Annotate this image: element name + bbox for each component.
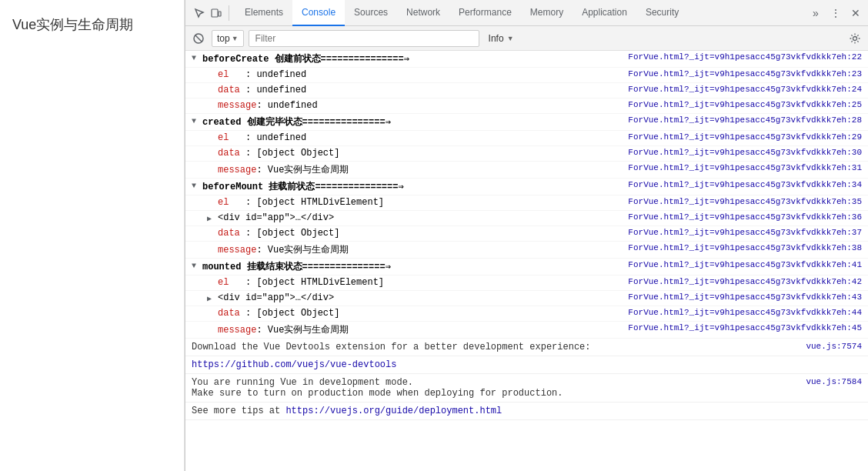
tab-elements[interactable]: Elements bbox=[235, 0, 292, 26]
tab-bar-icons bbox=[189, 5, 235, 21]
source-link[interactable]: ForVue.html?_ijt=v9h1pesacc45g73vkfvdkkk… bbox=[628, 85, 868, 94]
tab-console[interactable]: Console bbox=[292, 0, 345, 26]
log-text: data : [object Object] bbox=[218, 148, 628, 159]
svg-line-3 bbox=[195, 35, 202, 42]
expand-icon[interactable] bbox=[207, 294, 216, 303]
source-link[interactable]: ForVue.html?_ijt=v9h1pesacc45g73vkfvdkkk… bbox=[628, 52, 868, 62]
log-row: el : undefinedForVue.html?_ijt=v9h1pesac… bbox=[185, 131, 868, 146]
log-left: message: Vue实例与生命周期 bbox=[207, 163, 628, 176]
dev-mode-text: You are running Vue in development mode.… bbox=[192, 377, 563, 399]
info-arrow: ▼ bbox=[507, 35, 514, 42]
devtools-menu-button[interactable]: ⋮ bbox=[826, 4, 845, 22]
property-value: : Vue实例与生命周期 bbox=[256, 165, 349, 175]
log-row: mounted 挂载结束状态===============⇒ForVue.htm… bbox=[185, 259, 868, 276]
more-tabs-button[interactable]: » bbox=[806, 4, 825, 22]
collapse-icon[interactable] bbox=[192, 117, 201, 125]
source-link[interactable]: ForVue.html?_ijt=v9h1pesacc45g73vkfvdkkk… bbox=[628, 292, 868, 302]
log-row: message: Vue实例与生命周期ForVue.html?_ijt=v9h1… bbox=[185, 242, 868, 259]
log-text: beforeCreate 创建前状态===============⇒ bbox=[202, 52, 628, 65]
log-row: beforeCreate 创建前状态===============⇒ForVue… bbox=[185, 51, 868, 68]
tab-security[interactable]: Security bbox=[636, 0, 688, 26]
context-label: top bbox=[217, 33, 230, 44]
filter-input[interactable] bbox=[249, 30, 479, 47]
console-settings-button[interactable] bbox=[846, 30, 863, 47]
source-link[interactable]: ForVue.html?_ijt=v9h1pesacc45g73vkfvdkkk… bbox=[628, 212, 868, 222]
log-text: data : [object Object] bbox=[218, 308, 628, 319]
log-row: beforeMount 挂载前状态===============⇒ForVue.… bbox=[185, 179, 868, 195]
collapse-icon[interactable] bbox=[192, 182, 201, 190]
collapse-icon[interactable] bbox=[192, 262, 201, 270]
source-link[interactable]: ForVue.html?_ijt=v9h1pesacc45g73vkfvdkkk… bbox=[628, 197, 868, 206]
log-text: el : [object HTMLDivElement] bbox=[218, 197, 628, 208]
source-link[interactable]: ForVue.html?_ijt=v9h1pesacc45g73vkfvdkkk… bbox=[628, 277, 868, 286]
source-link[interactable]: ForVue.html?_ijt=v9h1pesacc45g73vkfvdkkk… bbox=[628, 308, 868, 317]
expand-icon[interactable] bbox=[207, 214, 216, 223]
source-link[interactable]: ForVue.html?_ijt=v9h1pesacc45g73vkfvdkkk… bbox=[628, 100, 868, 109]
collapse-icon[interactable] bbox=[192, 54, 201, 62]
property-name: el bbox=[218, 277, 229, 288]
source-link[interactable]: ForVue.html?_ijt=v9h1pesacc45g73vkfvdkkk… bbox=[628, 228, 868, 237]
log-text: el : undefined bbox=[218, 69, 628, 80]
property-value: : [object Object] bbox=[240, 148, 340, 159]
tab-performance[interactable]: Performance bbox=[449, 0, 521, 26]
source-link[interactable]: ForVue.html?_ijt=v9h1pesacc45g73vkfvdkkk… bbox=[628, 69, 868, 78]
tab-bar-right: » ⋮ ✕ bbox=[806, 4, 865, 22]
log-row: data : [object Object]ForVue.html?_ijt=v… bbox=[185, 306, 868, 322]
deployment-tips-message: See more tips at https://vuejs.org/guide… bbox=[185, 403, 868, 420]
property-value: <div id="app">…</div> bbox=[218, 292, 334, 303]
deployment-link[interactable]: https://vuejs.org/guide/deployment.html bbox=[285, 406, 502, 416]
property-value: : undefined bbox=[256, 100, 317, 111]
log-text: message: Vue实例与生命周期 bbox=[218, 163, 628, 176]
svg-rect-1 bbox=[219, 12, 221, 16]
tab-application[interactable]: Application bbox=[573, 0, 636, 26]
log-left: message: Vue实例与生命周期 bbox=[207, 243, 628, 256]
clear-console-button[interactable] bbox=[190, 30, 207, 47]
property-value: : [object Object] bbox=[240, 228, 340, 239]
dropdown-arrow: ▼ bbox=[232, 35, 239, 42]
log-text: mounted 挂载结束状态===============⇒ bbox=[202, 260, 628, 273]
log-left: message: Vue实例与生命周期 bbox=[207, 323, 628, 336]
log-text: el : [object HTMLDivElement] bbox=[218, 277, 628, 288]
source-link[interactable]: ForVue.html?_ijt=v9h1pesacc45g73vkfvdkkk… bbox=[628, 132, 868, 142]
property-name: data bbox=[218, 85, 240, 95]
source-link[interactable]: ForVue.html?_ijt=v9h1pesacc45g73vkfvdkkk… bbox=[628, 243, 868, 252]
log-text: message: undefined bbox=[218, 100, 628, 111]
source-link[interactable]: ForVue.html?_ijt=v9h1pesacc45g73vkfvdkkk… bbox=[628, 115, 868, 125]
close-devtools-button[interactable]: ✕ bbox=[846, 4, 865, 22]
property-name: message bbox=[218, 245, 256, 256]
github-link[interactable]: https://github.com/vuejs/vue-devtools bbox=[192, 359, 396, 370]
log-row: data : [object Object]ForVue.html?_ijt=v… bbox=[185, 146, 868, 162]
log-left: beforeMount 挂载前状态===============⇒ bbox=[192, 180, 628, 193]
log-text: <div id="app">…</div> bbox=[218, 212, 628, 223]
property-name: message bbox=[218, 325, 256, 336]
source-link[interactable]: ForVue.html?_ijt=v9h1pesacc45g73vkfvdkkk… bbox=[628, 323, 868, 332]
tab-sources[interactable]: Sources bbox=[345, 0, 397, 26]
log-left: message: undefined bbox=[207, 100, 628, 111]
source-link[interactable]: ForVue.html?_ijt=v9h1pesacc45g73vkfvdkkk… bbox=[628, 180, 868, 189]
source-link[interactable]: vue.js:7574 bbox=[790, 342, 862, 351]
log-level-dropdown[interactable]: Info ▼ bbox=[484, 32, 519, 45]
property-name: data bbox=[218, 308, 240, 319]
devtools-download-message: Download the Vue Devtools extension for … bbox=[185, 339, 868, 356]
source-link[interactable]: ForVue.html?_ijt=v9h1pesacc45g73vkfvdkkk… bbox=[628, 260, 868, 269]
info-label: Info bbox=[489, 33, 504, 44]
log-left: beforeCreate 创建前状态===============⇒ bbox=[192, 52, 628, 65]
source-link[interactable]: ForVue.html?_ijt=v9h1pesacc45g73vkfvdkkk… bbox=[628, 163, 868, 172]
property-name: el bbox=[218, 69, 229, 80]
property-name: message bbox=[218, 100, 256, 111]
context-dropdown[interactable]: top ▼ bbox=[212, 30, 244, 47]
device-icon[interactable] bbox=[209, 5, 224, 21]
property-name: el bbox=[218, 197, 229, 208]
source-link-2[interactable]: vue.js:7584 bbox=[790, 377, 862, 386]
tab-network[interactable]: Network bbox=[397, 0, 449, 26]
source-link[interactable]: ForVue.html?_ijt=v9h1pesacc45g73vkfvdkkk… bbox=[628, 148, 868, 157]
log-row: data : undefinedForVue.html?_ijt=v9h1pes… bbox=[185, 83, 868, 99]
log-row: data : [object Object]ForVue.html?_ijt=v… bbox=[185, 226, 868, 242]
log-row: <div id="app">…</div>ForVue.html?_ijt=v9… bbox=[185, 211, 868, 226]
tab-memory[interactable]: Memory bbox=[521, 0, 573, 26]
log-left: data : [object Object] bbox=[207, 308, 628, 319]
cursor-icon[interactable] bbox=[192, 5, 207, 21]
property-value: : [object HTMLDivElement] bbox=[229, 277, 384, 288]
property-value: : Vue实例与生命周期 bbox=[256, 245, 349, 256]
property-name: message bbox=[218, 165, 256, 175]
